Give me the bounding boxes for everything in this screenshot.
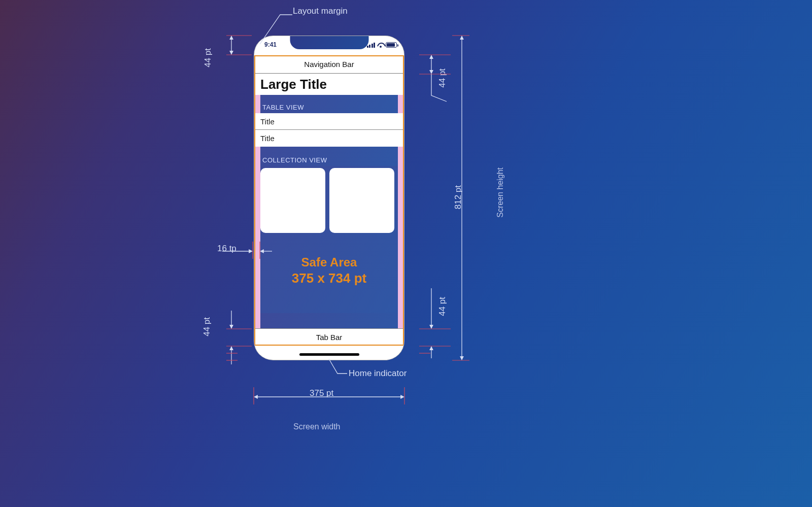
table-row-label: Title xyxy=(260,134,275,143)
home-indicator xyxy=(299,353,359,356)
table-row: Title xyxy=(255,113,403,130)
status-icons xyxy=(367,42,397,48)
anno-tab-right: 44 pt xyxy=(437,297,448,316)
collection-view: Safe Area 375 x 734 pt xyxy=(260,166,398,313)
collection-view-header: COLLECTION VIEW xyxy=(260,147,398,166)
large-title-label: Large Title xyxy=(260,77,327,92)
phone-frame: 9:41 Navigation Bar Large Title TABLE VI… xyxy=(254,36,404,360)
safe-area-line1: Safe Area xyxy=(260,255,398,269)
navigation-bar: Navigation Bar xyxy=(255,55,403,74)
navigation-bar-label: Navigation Bar xyxy=(304,60,354,69)
anno-nav-height: 44 pt xyxy=(437,69,448,88)
collection-card xyxy=(329,168,394,233)
anno-home-indicator: Home indicator xyxy=(349,368,407,379)
anno-screen-h-value: 812 pt xyxy=(453,185,463,209)
anno-screen-height: Screen height xyxy=(496,167,505,218)
table-row: Title xyxy=(255,130,403,147)
safe-area-label: Safe Area 375 x 734 pt xyxy=(260,233,398,286)
safe-area-line2: 375 x 734 pt xyxy=(260,271,398,286)
status-time: 9:41 xyxy=(264,41,277,48)
content-gap xyxy=(260,313,398,329)
anno-margin-value: 16 tp xyxy=(217,244,236,254)
anno-screen-width: Screen width xyxy=(293,422,341,431)
collection-view-header-label: COLLECTION VIEW xyxy=(262,156,327,164)
dimension-overlay xyxy=(0,0,812,507)
collection-card xyxy=(260,168,325,233)
table-row-label: Title xyxy=(260,117,275,126)
layout-margin-right xyxy=(398,55,404,346)
table-view-header: TABLE VIEW xyxy=(260,95,398,113)
wifi-icon xyxy=(377,43,384,48)
table-view-header-label: TABLE VIEW xyxy=(262,104,304,111)
tab-bar: Tab Bar xyxy=(255,328,403,346)
notch xyxy=(290,36,368,49)
layout-margin-left xyxy=(254,55,260,346)
anno-screen-w-value: 375 pt xyxy=(310,388,333,398)
battery-icon xyxy=(386,42,397,48)
tab-bar-label: Tab Bar xyxy=(316,333,343,342)
anno-status-top: 44 pt xyxy=(203,48,213,67)
large-title: Large Title xyxy=(255,74,403,95)
anno-layout-margin: Layout margin xyxy=(293,6,348,16)
anno-tab-left: 44 pt xyxy=(202,317,212,336)
